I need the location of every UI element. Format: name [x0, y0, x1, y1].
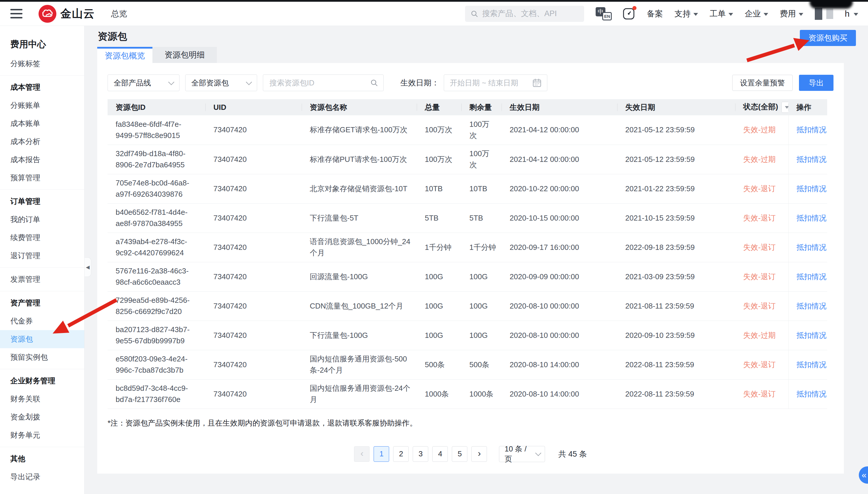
cell-remaining: 100G — [461, 321, 502, 350]
cell-uid: 73407420 — [205, 350, 302, 379]
sidebar-item-renewal-management[interactable]: 续费管理 — [0, 229, 84, 247]
page-button-1[interactable]: 1 — [374, 446, 389, 462]
package-id-search[interactable] — [263, 75, 384, 91]
sidebar-item-split-bills[interactable]: 分账账单 — [0, 96, 84, 114]
cell-expiry-date: 2022-09-18 23:59:59 — [617, 233, 735, 262]
sidebar-item-cost-bills[interactable]: 成本账单 — [0, 114, 84, 133]
sidebar-item-export-records[interactable]: 导出记录 — [0, 468, 84, 486]
sidebar-item-cost-report[interactable]: 成本报告 — [0, 151, 84, 169]
pagination: ‹ 1 2 3 4 5 › 10 条 / 页 共 45 条 — [108, 446, 833, 462]
deduction-detail-link[interactable]: 抵扣情况 — [788, 262, 827, 291]
sidebar-section-other: 其他 — [0, 450, 84, 468]
cell-package-id: a7439ab4-e278-4f3c-9c92-c44207699624 — [108, 233, 205, 262]
deduction-detail-link[interactable]: 抵扣情况 — [788, 321, 827, 350]
global-search[interactable] — [465, 6, 584, 22]
deduction-detail-link[interactable]: 抵扣情况 — [788, 145, 827, 174]
date-range-input[interactable]: 开始日期 ~ 结束日期 — [444, 75, 547, 91]
divider — [0, 369, 84, 369]
cell-package-name: 语音消息资源包_1000分钟_24个月 — [302, 233, 417, 262]
content-card: 全部产品线 全部资源包 生效日期： 开始日期 ~ 结束日期 设置余量预警 导出 — [97, 63, 844, 474]
product-line-select[interactable]: 全部产品线 — [108, 75, 180, 91]
menu-icon[interactable] — [11, 9, 22, 18]
sidebar-item-fund-transfer[interactable]: 资金划拨 — [0, 408, 84, 426]
page-button-3[interactable]: 3 — [413, 446, 428, 462]
page-size-select[interactable]: 10 条 / 页 — [499, 446, 545, 462]
cell-remaining: 10TB — [461, 174, 502, 203]
buy-resource-package-button[interactable]: 资源包购买 — [800, 30, 856, 46]
cell-package-name: 标准存储GET请求包-100万次 — [302, 115, 417, 145]
nav-enterprise[interactable]: 企业 — [744, 8, 768, 19]
sidebar-item-cost-analysis[interactable]: 成本分析 — [0, 133, 84, 151]
redacted-avatar — [810, 0, 853, 8]
cell-package-id: 705e74e8-bc0d-46a8-a97f-692634039876 — [108, 174, 205, 203]
sidebar-item-my-orders[interactable]: 我的订单 — [0, 210, 84, 229]
cell-uid: 73407420 — [205, 291, 302, 321]
sidebar-item-invoice-management[interactable]: 发票管理 — [0, 270, 84, 288]
page-button-5[interactable]: 5 — [452, 446, 467, 462]
cell-remaining: 500条 — [461, 350, 502, 379]
sidebar-section-enterprise-finance: 企业财务管理 — [0, 372, 84, 390]
page-button-2[interactable]: 2 — [393, 446, 409, 462]
cell-package-id: fa8348ee-6fdf-4f7e-9499-57ff8c8e9015 — [108, 115, 205, 145]
cell-package-name: CDN流量包_100GB_12个月 — [302, 291, 417, 321]
brand-logo[interactable]: 金山云 — [39, 5, 95, 23]
nav-record[interactable]: 备案 — [647, 8, 663, 19]
chevron-down-icon — [799, 13, 803, 16]
cell-package-name: 下行流量包-100G — [302, 321, 417, 350]
prev-page-button[interactable]: ‹ — [354, 446, 370, 462]
sidebar-item-financial-association[interactable]: 财务关联 — [0, 390, 84, 408]
nav-ticket[interactable]: 工单 — [710, 8, 733, 19]
status-badge: 失效-过期 — [735, 145, 788, 174]
export-button[interactable]: 导出 — [799, 75, 833, 91]
divider — [0, 75, 84, 76]
deduction-detail-link[interactable]: 抵扣情况 — [788, 115, 827, 145]
chevron-down-icon — [694, 13, 698, 16]
next-page-button[interactable]: › — [471, 446, 487, 462]
global-search-input[interactable] — [482, 9, 578, 18]
cell-effective-date: 2021-04-12 00:00:00 — [502, 145, 617, 174]
cell-package-name: 国内短信服务通用资源包-24个月 — [302, 379, 417, 408]
cell-remaining: 1千分钟 — [461, 233, 502, 262]
page-button-4[interactable]: 4 — [432, 446, 448, 462]
sidebar-item-reserved-instance-package[interactable]: 预留实例包 — [0, 348, 84, 366]
total-count: 共 45 条 — [558, 449, 587, 459]
deduction-detail-link[interactable]: 抵扣情况 — [788, 233, 827, 262]
col-status: 状态(全部) — [735, 99, 788, 115]
cell-uid: 73407420 — [205, 203, 302, 233]
nav-support[interactable]: 支持 — [675, 8, 698, 19]
notification-icon[interactable] — [622, 7, 635, 20]
deduction-detail-link[interactable]: 抵扣情况 — [788, 379, 827, 408]
deduction-detail-link[interactable]: 抵扣情况 — [788, 203, 827, 233]
cell-remaining: 100万次 — [461, 145, 502, 174]
sidebar-item-resource-package[interactable]: 资源包 — [0, 330, 84, 348]
package-type-select[interactable]: 全部资源包 — [185, 75, 257, 91]
tab-resource-package-overview[interactable]: 资源包概览 — [97, 47, 152, 63]
language-toggle-icon[interactable]: 中 EN — [596, 7, 612, 20]
sidebar-item-unsubscribe-management[interactable]: 退订管理 — [0, 247, 84, 265]
deduction-detail-link[interactable]: 抵扣情况 — [788, 291, 827, 321]
sidebar-item-budget-management[interactable]: 预算管理 — [0, 169, 84, 187]
package-id-search-input[interactable] — [269, 78, 370, 88]
tab-resource-package-detail[interactable]: 资源包明细 — [152, 47, 217, 63]
resource-package-table: 资源包ID UID 资源包名称 总量 剩余量 生效日期 失效日期 状态(全部) … — [108, 99, 827, 409]
nav-billing[interactable]: 费用 — [780, 8, 803, 19]
sidebar-item-vouchers[interactable]: 代金券 — [0, 312, 84, 330]
search-icon — [471, 10, 478, 18]
deduction-detail-link[interactable]: 抵扣情况 — [788, 174, 827, 203]
sidebar-collapse-handle[interactable]: ◀ — [84, 258, 91, 277]
nav-overview[interactable]: 总览 — [111, 8, 127, 19]
col-uid: UID — [205, 99, 302, 115]
sidebar-item-financial-unit[interactable]: 财务单元 — [0, 426, 84, 444]
user-menu[interactable]: h — [815, 2, 858, 26]
cell-expiry-date: 2020-09-10 23:59:59 — [617, 321, 735, 350]
status-badge: 失效-退订 — [735, 291, 788, 321]
cell-package-name: 下行流量包-5T — [302, 203, 417, 233]
deduction-detail-link[interactable]: 抵扣情况 — [788, 350, 827, 379]
set-balance-alert-button[interactable]: 设置余量预警 — [732, 75, 793, 91]
cell-uid: 73407420 — [205, 145, 302, 174]
chevron-down-icon — [729, 13, 733, 16]
table-row: ba207123-d827-43b7-9e55-67db9b9997b9 734… — [108, 321, 827, 350]
table-row: 7299ea5d-e89b-4256-8256-c6692f9c7d20 734… — [108, 291, 827, 321]
sidebar-item-billing-tags[interactable]: 分账标签 — [0, 55, 84, 73]
cell-expiry-date: 2021-10-15 23:59:59 — [617, 203, 735, 233]
